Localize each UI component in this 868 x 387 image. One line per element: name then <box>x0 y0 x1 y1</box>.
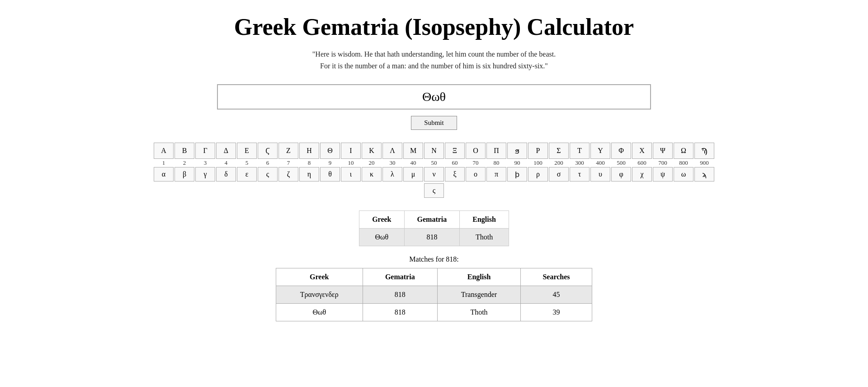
key-lower-2[interactable]: γ <box>195 167 215 182</box>
key-group-1: Β2β <box>175 143 194 182</box>
key-group-2: Γ3γ <box>195 143 215 182</box>
key-lower-24[interactable]: ψ <box>653 167 673 182</box>
submit-button[interactable]: Submit <box>411 116 457 130</box>
key-upper-13[interactable]: Ν <box>424 143 444 159</box>
key-upper-19[interactable]: Σ <box>549 143 569 159</box>
key-upper-10[interactable]: Κ <box>362 143 382 159</box>
key-num-20: 300 <box>570 159 590 167</box>
key-lower-14[interactable]: ξ <box>445 167 465 182</box>
extra-key-lower[interactable]: ς <box>424 183 444 198</box>
matches-label: Matches for 818: <box>409 255 458 263</box>
matches-row-1: Θωθ818Thoth39 <box>276 304 592 321</box>
matches-cell-searches-1: 39 <box>520 304 592 321</box>
key-upper-5[interactable]: Ϛ <box>258 143 278 159</box>
key-lower-13[interactable]: ν <box>424 167 444 182</box>
key-lower-12[interactable]: μ <box>403 167 423 182</box>
key-upper-1[interactable]: Β <box>175 143 194 159</box>
key-lower-16[interactable]: π <box>486 167 506 182</box>
key-group-16: Π80π <box>486 143 506 182</box>
result-greek: Θωθ <box>359 229 404 246</box>
matches-tbody: Τρανσγενδερ818Transgender45Θωθ818Thoth39 <box>276 286 592 321</box>
matches-col-greek: Greek <box>276 268 363 286</box>
key-group-15: Ο70ο <box>466 143 486 182</box>
key-upper-26[interactable]: Ϡ <box>694 143 714 159</box>
key-group-5: Ϛ6ς <box>258 143 278 182</box>
key-num-23: 600 <box>632 159 652 167</box>
key-upper-9[interactable]: Ι <box>341 143 361 159</box>
key-upper-24[interactable]: Ψ <box>653 143 673 159</box>
key-group-12: Μ40μ <box>403 143 423 182</box>
key-num-26: 900 <box>694 159 714 167</box>
key-upper-6[interactable]: Ζ <box>278 143 298 159</box>
matches-col-searches: Searches <box>520 268 592 286</box>
key-lower-9[interactable]: ι <box>341 167 361 182</box>
keyboard-section: Α1αΒ2βΓ3γΔ4δΕ5εϚ6ςΖ7ζΗ8ηΘ9θΙ10ιΚ20κΛ30λΜ… <box>9 143 859 198</box>
key-group-10: Κ20κ <box>362 143 382 182</box>
key-num-12: 40 <box>403 159 423 167</box>
matches-cell-english-1: Thoth <box>438 304 521 321</box>
key-upper-25[interactable]: Ω <box>674 143 693 159</box>
key-lower-3[interactable]: δ <box>216 167 236 182</box>
key-group-7: Η8η <box>299 143 319 182</box>
matches-cell-english-0: Transgender <box>438 286 521 304</box>
matches-row-0: Τρανσγενδερ818Transgender45 <box>276 286 592 304</box>
key-upper-21[interactable]: Υ <box>590 143 610 159</box>
key-upper-4[interactable]: Ε <box>237 143 257 159</box>
key-upper-22[interactable]: Φ <box>611 143 631 159</box>
key-num-9: 10 <box>341 159 361 167</box>
key-group-26: Ϡ900ϡ <box>694 143 714 182</box>
key-lower-26[interactable]: ϡ <box>694 167 714 182</box>
text-input[interactable] <box>217 84 651 110</box>
matches-value: 818 <box>446 255 457 263</box>
key-lower-11[interactable]: λ <box>382 167 402 182</box>
key-upper-7[interactable]: Η <box>299 143 319 159</box>
key-lower-5[interactable]: ς <box>258 167 278 182</box>
key-lower-22[interactable]: φ <box>611 167 631 182</box>
key-lower-4[interactable]: ε <box>237 167 257 182</box>
key-num-13: 50 <box>424 159 444 167</box>
key-upper-3[interactable]: Δ <box>216 143 236 159</box>
key-lower-15[interactable]: ο <box>466 167 486 182</box>
key-num-6: 7 <box>278 159 298 167</box>
keyboard-row: Α1αΒ2βΓ3γΔ4δΕ5εϚ6ςΖ7ζΗ8ηΘ9θΙ10ιΚ20κΛ30λΜ… <box>153 143 715 182</box>
key-group-0: Α1α <box>154 143 174 182</box>
key-lower-19[interactable]: σ <box>549 167 569 182</box>
key-lower-23[interactable]: χ <box>632 167 652 182</box>
key-upper-18[interactable]: Ρ <box>528 143 548 159</box>
key-upper-2[interactable]: Γ <box>195 143 215 159</box>
key-upper-20[interactable]: Τ <box>570 143 590 159</box>
key-upper-14[interactable]: Ξ <box>445 143 465 159</box>
key-lower-0[interactable]: α <box>154 167 174 182</box>
key-lower-1[interactable]: β <box>175 167 194 182</box>
key-lower-17[interactable]: ϸ <box>507 167 527 182</box>
key-lower-18[interactable]: ρ <box>528 167 548 182</box>
key-upper-16[interactable]: Π <box>486 143 506 159</box>
matches-cell-gematria-1: 818 <box>363 304 438 321</box>
key-group-25: Ω800ω <box>674 143 693 182</box>
key-upper-8[interactable]: Θ <box>320 143 340 159</box>
key-num-14: 60 <box>445 159 465 167</box>
matches-header-row: Greek Gematria English Searches <box>276 268 592 286</box>
key-upper-23[interactable]: Χ <box>632 143 652 159</box>
key-upper-15[interactable]: Ο <box>466 143 486 159</box>
key-lower-6[interactable]: ζ <box>278 167 298 182</box>
key-num-10: 20 <box>362 159 382 167</box>
key-num-7: 8 <box>299 159 319 167</box>
key-lower-21[interactable]: υ <box>590 167 610 182</box>
key-group-20: Τ300τ <box>570 143 590 182</box>
key-upper-0[interactable]: Α <box>154 143 174 159</box>
key-lower-25[interactable]: ω <box>674 167 693 182</box>
matches-cell-gematria-0: 818 <box>363 286 438 304</box>
matches-col-english: English <box>438 268 521 286</box>
key-group-6: Ζ7ζ <box>278 143 298 182</box>
key-lower-7[interactable]: η <box>299 167 319 182</box>
key-num-16: 80 <box>486 159 506 167</box>
key-lower-20[interactable]: τ <box>570 167 590 182</box>
key-upper-11[interactable]: Λ <box>382 143 402 159</box>
key-lower-8[interactable]: θ <box>320 167 340 182</box>
key-num-5: 6 <box>258 159 278 167</box>
key-upper-12[interactable]: Μ <box>403 143 423 159</box>
key-upper-17[interactable]: ϧ <box>507 143 527 159</box>
key-lower-10[interactable]: κ <box>362 167 382 182</box>
result-table-container: Greek Gematria English Θωθ 818 Thoth <box>359 210 509 246</box>
